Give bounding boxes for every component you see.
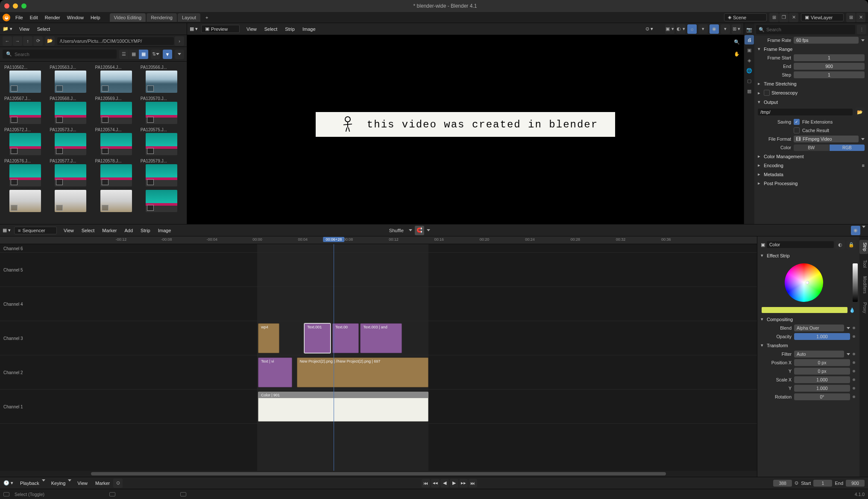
view-columns-button[interactable]: ▦ <box>129 50 138 59</box>
preview-mode-selector[interactable]: ▣ Preview <box>201 25 240 33</box>
file-thumbnail[interactable]: PA120573.J... <box>49 127 92 155</box>
shading-button[interactable]: ◉ <box>710 24 719 34</box>
track-row[interactable] <box>0 253 757 287</box>
jump-end-button[interactable]: ⏭ <box>469 479 477 487</box>
filter-options-button[interactable] <box>175 50 184 59</box>
file-thumbnail[interactable]: PA120574.J... <box>94 127 138 155</box>
seq-menu-add[interactable]: Add <box>121 227 137 234</box>
file-thumbnail[interactable]: PA120577.J... <box>49 159 92 186</box>
menu-help[interactable]: Help <box>87 14 104 21</box>
editor-type-icon[interactable]: 🕐 ▾ <box>3 480 13 486</box>
nav-up-button[interactable]: ↑ <box>23 36 32 46</box>
sequencer-mode-selector[interactable]: ≡ Sequencer <box>14 227 57 234</box>
strip[interactable]: Text | vi <box>258 357 292 387</box>
file-thumbnail[interactable]: PA120575.J... <box>140 127 183 155</box>
overlay-options[interactable]: ▾ <box>698 24 708 34</box>
blend-field[interactable]: Alpha Over <box>794 325 844 331</box>
path-expand-button[interactable]: › <box>175 36 184 46</box>
file-thumbnail[interactable]: PA120576.J... <box>3 159 47 186</box>
snap-toggle[interactable]: 🧲 <box>415 226 424 235</box>
props-tab-output[interactable]: 🖨 <box>745 35 754 44</box>
nav-newfolder-button[interactable]: 📂 <box>45 36 55 46</box>
track-row[interactable] <box>0 287 757 321</box>
color-rgb-button[interactable]: RGB <box>830 145 865 151</box>
frame-range-header[interactable]: ▾Frame Range <box>754 44 868 53</box>
props-tab-world[interactable]: 🌐 <box>745 66 754 75</box>
file-thumbnail[interactable] <box>3 190 47 212</box>
auto-keying-button[interactable]: ⊙ <box>113 478 123 488</box>
view-thumbs-button[interactable]: ▦ <box>139 50 148 59</box>
strip-tab-tool[interactable]: Tool <box>859 257 868 270</box>
timeline[interactable]: -00:12-00:08-00:0400:0000:0400:0800:1200… <box>0 236 757 477</box>
file-thumbnail[interactable] <box>140 190 183 212</box>
strip-mute-button[interactable]: ◐ <box>836 240 845 249</box>
file-thumbnail[interactable]: PA120564.J... <box>94 65 138 93</box>
props-tab-object[interactable]: ▢ <box>745 76 754 86</box>
opacity-field[interactable]: 1.000 <box>794 333 850 340</box>
sort-button[interactable]: ⇅ <box>151 50 160 59</box>
start-frame-field[interactable]: 1 <box>813 480 832 487</box>
fb-menu-select[interactable]: Select <box>34 25 54 33</box>
copy-scene-button[interactable]: ❐ <box>779 13 789 22</box>
playhead-label[interactable]: 00:06+28 <box>323 237 345 242</box>
rotation-field[interactable]: 0° <box>794 393 850 400</box>
filter-button[interactable]: ▼ <box>163 50 172 59</box>
stereoscopy-header[interactable]: ▸Stereoscopy <box>754 88 868 97</box>
end-frame-field[interactable]: 900 <box>846 480 865 487</box>
preset-icon[interactable]: ≡ <box>862 163 865 168</box>
file-extensions-checkbox[interactable] <box>794 119 800 125</box>
strip[interactable]: Text.001 <box>304 323 331 353</box>
sync-icon[interactable]: ⊙ <box>795 480 798 486</box>
strip-tab-modifiers[interactable]: Modifiers <box>859 274 868 296</box>
add-viewlayer-button[interactable]: ⊞ <box>846 13 856 22</box>
new-scene-button[interactable]: ⊞ <box>769 13 779 22</box>
transport-menu-view[interactable]: View <box>74 479 91 487</box>
seq-overlay-toggle[interactable]: ◉ <box>851 226 860 235</box>
close-window-button[interactable] <box>4 3 9 9</box>
keyframe-dot[interactable] <box>853 327 855 329</box>
maximize-window-button[interactable] <box>21 3 26 9</box>
posx-field[interactable]: 0 px <box>794 359 850 366</box>
view-list-button[interactable]: ☰ <box>119 50 129 59</box>
color-mgmt-header[interactable]: ▸Color Management <box>754 152 868 161</box>
path-input[interactable]: /Users/varun/Pictu.../DCIM/100OLYMP/ <box>57 37 174 45</box>
strip-tab-proxy[interactable]: Proxy <box>859 300 868 316</box>
track-row[interactable] <box>0 244 757 253</box>
file-thumbnail[interactable]: PA110562... <box>3 65 47 93</box>
file-thumbnail[interactable]: PA120568.J... <box>49 96 92 124</box>
filter-field[interactable]: Auto <box>794 351 844 357</box>
overlap-mode[interactable]: Shuffle <box>387 227 406 234</box>
strip-name-field[interactable]: Color <box>767 241 834 248</box>
current-frame-field[interactable]: 388 <box>773 480 792 487</box>
seq-menu-image[interactable]: Image <box>155 227 175 234</box>
pv-menu-strip[interactable]: Strip <box>282 25 298 33</box>
scaley-field[interactable]: 1.000 <box>794 385 850 392</box>
frame-start-field[interactable]: 1 <box>794 54 865 61</box>
remove-viewlayer-button[interactable]: ✕ <box>856 13 865 22</box>
workspace-tab-rendering[interactable]: Rendering <box>147 13 177 22</box>
timeline-ruler[interactable]: -00:12-00:08-00:0400:0000:0400:0800:1200… <box>0 236 757 244</box>
file-thumbnail[interactable]: PA120566.J... <box>140 65 183 93</box>
pv-menu-select[interactable]: Select <box>261 25 281 33</box>
scene-selector[interactable]: ◈ Scene <box>724 13 767 21</box>
menu-edit[interactable]: Edit <box>26 14 41 21</box>
strip[interactable]: Text.00 <box>332 323 359 353</box>
fb-menu-view[interactable]: View <box>16 25 33 33</box>
file-thumbnail[interactable]: PA120569.J... <box>94 96 138 124</box>
overlay-toggle[interactable]: ◐ ▾ <box>676 24 686 34</box>
encoding-header[interactable]: ▸Encoding≡ <box>754 161 868 170</box>
jump-start-button[interactable]: ⏮ <box>422 479 430 487</box>
menu-window[interactable]: Window <box>64 14 87 21</box>
strip[interactable]: Color | 901 <box>258 392 428 422</box>
timeline-tracks[interactable]: wp4Text.001Text.00Text.003 | andText | v… <box>0 244 757 471</box>
menu-file[interactable]: File <box>12 14 26 21</box>
eyedropper-icon[interactable]: 💧 <box>849 307 855 313</box>
post-processing-header[interactable]: ▸Post Processing <box>754 179 868 188</box>
gizmo-button[interactable]: ▣ ▾ <box>665 24 674 34</box>
zoom-icon[interactable]: 🔍 <box>733 38 741 46</box>
frame-rate-field[interactable]: 60 fps <box>794 37 859 44</box>
nav-back-button[interactable]: ← <box>3 36 12 46</box>
cache-result-checkbox[interactable] <box>794 127 800 133</box>
props-tab-scene[interactable]: ◈ <box>745 56 754 65</box>
shading-options[interactable]: ▾ <box>721 24 730 34</box>
